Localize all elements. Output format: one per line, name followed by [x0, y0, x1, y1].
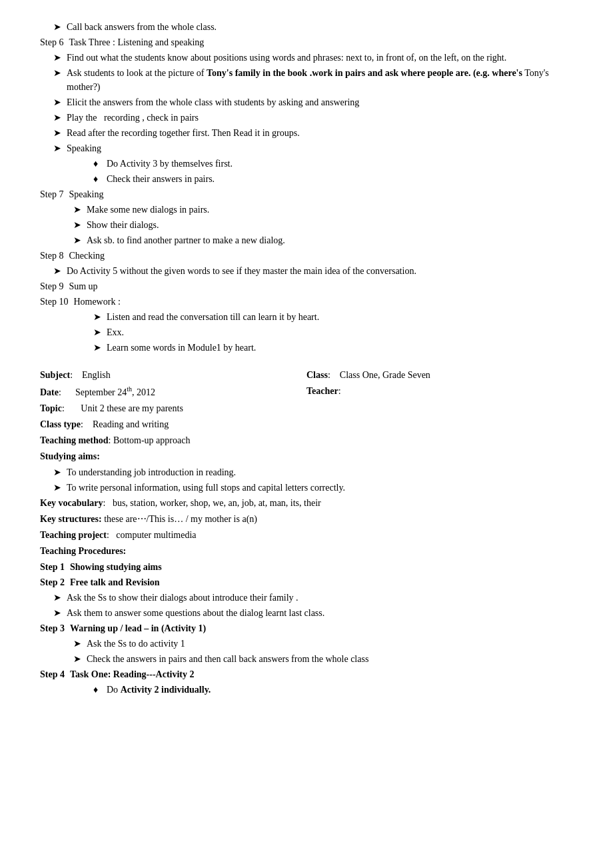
- lp-step3-label: Step 3: [40, 621, 65, 635]
- arrow-icon: ➤: [53, 465, 63, 479]
- subject-field: Subject: English: [40, 368, 306, 382]
- lp-step4-item-1: ♦ Do Activity 2 individually.: [40, 683, 573, 697]
- arrow-icon: ➤: [53, 95, 63, 109]
- step10-label: Step 10: [40, 295, 68, 309]
- studying-aims-item-1: ➤ To understanding job introduction in r…: [40, 465, 573, 479]
- step8-task: Checking: [69, 249, 105, 263]
- key-structures-label: Key structures:: [40, 512, 102, 526]
- step10-item-2: ➤ Exx.: [40, 325, 573, 339]
- arrow-icon: ➤: [73, 218, 83, 232]
- lp-step3-item-1: ➤ Ask the Ss to do activity 1: [40, 637, 573, 651]
- step7-label: Step 7: [40, 187, 63, 201]
- lp-step3-item-1-text: Ask the Ss to do activity 1: [87, 637, 185, 651]
- diamond-icon: ♦: [93, 172, 103, 186]
- step9-label: Step 9: [40, 279, 63, 293]
- arrow-icon: ➤: [53, 111, 63, 125]
- key-structures-row: Key structures: these are⋯/This is… / my…: [40, 512, 573, 526]
- class-type-row: Class type: Reading and writing: [40, 417, 573, 431]
- teaching-procedures-row: Teaching Procedures:: [40, 544, 573, 558]
- arrow-icon: ➤: [53, 264, 63, 278]
- lp-step2-label: Step 2: [40, 575, 65, 589]
- step6-item-1-text: Find out what the students know about po…: [67, 51, 506, 65]
- arrow-icon: ➤: [53, 606, 63, 620]
- step10-task: Homework :: [73, 295, 120, 309]
- step6-item-1: ➤ Find out what the students know about …: [40, 51, 573, 65]
- top-bullet-1: ➤ Call back answers from the whole class…: [40, 20, 573, 34]
- step7-task: Speaking: [69, 187, 103, 201]
- arrow-icon: ➤: [73, 652, 83, 666]
- diamond-icon: ♦: [93, 683, 103, 697]
- teaching-method-row: Teaching method: Bottom-up approach: [40, 433, 573, 447]
- step7-item-3: ➤ Ask sb. to find another partner to mak…: [40, 233, 573, 247]
- key-vocab-value: bus, station, worker, shop, we, an, job,…: [113, 496, 321, 510]
- speaking-item-1: ♦ Do Activity 3 by themselves first.: [40, 157, 573, 171]
- lesson-plan: Subject: English Class: Class One, Grade…: [40, 368, 573, 697]
- step6-item-5-text: Read after the recording together first.…: [67, 126, 300, 140]
- step6-item-2: ➤ Ask students to look at the picture of…: [40, 66, 573, 94]
- arrow-icon: ➤: [53, 481, 63, 495]
- step6-item-2-text: Ask students to look at the picture of T…: [67, 66, 573, 94]
- lp-step2-item-2: ➤ Ask them to answer some questions abou…: [40, 606, 573, 620]
- speaking-item-2-text: Check their answers in pairs.: [107, 172, 215, 186]
- class-type-label: Class type: [40, 417, 81, 431]
- studying-aims-label-row: Studying aims:: [40, 449, 573, 463]
- step6-item-4: ➤ Play the recording , check in pairs: [40, 111, 573, 125]
- lp-step4-task: Task One: Reading---Activity 2: [70, 667, 195, 681]
- step8-label: Step 8: [40, 249, 63, 263]
- speaking-item-2: ♦ Check their answers in pairs.: [40, 172, 573, 186]
- step8-item-1: ➤ Do Activity 5 without the given words …: [40, 264, 573, 278]
- studying-aims-item-1-text: To understanding job introduction in rea…: [67, 465, 236, 479]
- top-bullet-1-text: Call back answers from the whole class.: [67, 20, 217, 34]
- teaching-method-label: Teaching method: [40, 433, 109, 447]
- step7-item-2-text: Show their dialogs.: [87, 218, 159, 232]
- arrow-icon: ➤: [53, 141, 63, 155]
- arrow-icon: ➤: [93, 341, 103, 355]
- step7-item-3-text: Ask sb. to find another partner to make …: [87, 233, 285, 247]
- lp-step2-task: Free talk and Revision: [70, 575, 160, 589]
- teaching-method-value: Bottom-up approach: [113, 433, 190, 447]
- step9-task: Sum up: [69, 279, 97, 293]
- lp-step1-task: Showing studying aims: [70, 560, 162, 574]
- step8-line: Step 8 Checking: [40, 249, 573, 263]
- arrow-icon: ➤: [53, 66, 63, 94]
- teaching-project-label: Teaching project: [40, 528, 107, 542]
- step6-speaking: ➤ Speaking: [40, 141, 573, 155]
- teacher-label: Teacher: [306, 386, 338, 396]
- arrow-icon: ➤: [93, 325, 103, 339]
- step10-line: Step 10 Homework :: [40, 295, 573, 309]
- date-field: Date: September 24th, 2012: [40, 384, 306, 399]
- lp-step2-item-1-text: Ask the Ss to show their dialogs about i…: [67, 591, 299, 605]
- class-type-value: Reading and writing: [93, 417, 169, 431]
- date-teacher-row: Date: September 24th, 2012 Teacher:: [40, 384, 573, 399]
- teaching-project-value: computer multimedia: [116, 528, 196, 542]
- step10-item-1-text: Listen and read the conversation till ca…: [107, 310, 319, 324]
- step8-item-1-text: Do Activity 5 without the given words to…: [67, 264, 416, 278]
- teaching-procedures-label: Teaching Procedures:: [40, 544, 126, 558]
- class-label: Class: [306, 370, 328, 380]
- step6-label: Step 6: [40, 35, 63, 49]
- step9-line: Step 9 Sum up: [40, 279, 573, 293]
- lp-step3-task: Warning up / lead – in (Activity 1): [70, 621, 206, 635]
- key-structures-value: these are⋯/This is… / my mother is a(n): [104, 512, 257, 526]
- teacher-field: Teacher:: [306, 384, 573, 399]
- key-vocab-label: Key vocabulary: [40, 496, 103, 510]
- arrow-icon: ➤: [53, 20, 63, 34]
- lp-step2-line: Step 2 Free talk and Revision: [40, 575, 573, 589]
- studying-aims-item-2-text: To write personal information, using ful…: [67, 481, 345, 495]
- lp-step3-item-2: ➤ Check the answers in pairs and then ca…: [40, 652, 573, 666]
- key-vocab-row: Key vocabulary: bus, station, worker, sh…: [40, 496, 573, 510]
- diamond-icon: ♦: [93, 157, 103, 171]
- step7-line: Step 7 Speaking: [40, 187, 573, 201]
- topic-label: Topic: [40, 401, 62, 415]
- lp-step2-item-2-text: Ask them to answer some questions about …: [67, 606, 324, 620]
- step6-item-3-text: Elicit the answers from the whole class …: [67, 95, 359, 109]
- step6-line: Step 6 Task Three : Listening and speaki…: [40, 35, 573, 49]
- step7-item-1-text: Make some new dialogs in pairs.: [87, 203, 209, 217]
- teaching-project-row: Teaching project: computer multimedia: [40, 528, 573, 542]
- arrow-icon: ➤: [73, 637, 83, 651]
- lp-step4-line: Step 4 Task One: Reading---Activity 2: [40, 667, 573, 681]
- arrow-icon: ➤: [73, 203, 83, 217]
- step6-task: Task Three : Listening and speaking: [69, 35, 204, 49]
- date-value: September 24th, 2012: [75, 387, 155, 397]
- lp-step4-item-1-text: Do Activity 2 individually.: [107, 683, 211, 697]
